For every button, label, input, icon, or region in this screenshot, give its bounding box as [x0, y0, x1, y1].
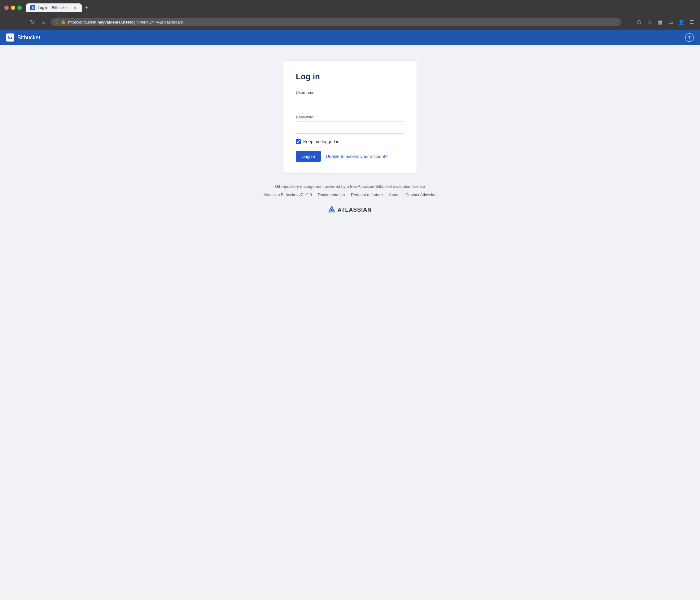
password-group: Password	[296, 115, 404, 134]
footer-dot-2: ·	[348, 193, 348, 197]
atlassian-triangle-icon	[328, 206, 335, 214]
bookmark-button[interactable]: ☆	[645, 17, 654, 27]
footer-version[interactable]: Atlassian Bitbucket v7.12.0	[264, 192, 312, 197]
app-header: Bitbucket ?	[0, 30, 700, 45]
username-group: Username	[296, 90, 404, 109]
lock-icon: 🔒	[61, 20, 66, 24]
footer-links: Atlassian Bitbucket v7.12.0 · Documentat…	[264, 192, 437, 197]
remember-me-checkbox[interactable]	[296, 139, 301, 144]
forgot-link[interactable]: Unable to access your account?	[326, 154, 388, 159]
tab-close-button[interactable]: ✕	[73, 5, 77, 10]
footer-link-documentation[interactable]: Documentation	[318, 192, 345, 197]
new-tab-button[interactable]: +	[82, 3, 91, 13]
address-text: https://bitbucket.heyvaldemar.net/login?…	[68, 20, 183, 24]
more-button[interactable]: ···	[624, 17, 633, 27]
address-bar[interactable]: 🛡 🔒 https://bitbucket.heyvaldemar.net/lo…	[51, 18, 621, 26]
reload-button[interactable]: ↻	[27, 17, 36, 27]
home-button[interactable]: ⌂	[39, 17, 48, 27]
active-tab[interactable]: B Log in - Bitbucket ✕	[26, 3, 82, 12]
footer-description: Git repository management powered by a f…	[264, 184, 437, 189]
help-button[interactable]: ?	[685, 33, 694, 42]
password-label: Password	[296, 115, 404, 119]
shield-icon: 🛡	[54, 20, 58, 24]
traffic-lights	[4, 6, 22, 10]
back-button[interactable]: ←	[4, 17, 13, 27]
browser-titlebar: B Log in - Bitbucket ✕ +	[0, 0, 700, 16]
login-title: Log in	[296, 72, 404, 81]
footer-link-contact[interactable]: Contact Atlassian	[405, 192, 436, 197]
tab-favicon: B	[30, 5, 35, 10]
footer-dot-3: ·	[385, 193, 386, 197]
tab-bar: B Log in - Bitbucket ✕ +	[26, 3, 696, 13]
footer-dot-1: ·	[315, 193, 315, 197]
atlassian-label: ATLASSIAN	[338, 207, 372, 213]
minimize-button[interactable]	[11, 6, 15, 10]
split-button[interactable]: ▭	[666, 17, 675, 27]
maximize-button[interactable]	[17, 6, 22, 10]
browser-chrome: B Log in - Bitbucket ✕ + ← → ↻ ⌂ 🛡 🔒 htt…	[0, 0, 700, 30]
app-logo: Bitbucket	[6, 33, 40, 42]
footer-dot-4: ·	[402, 193, 403, 197]
footer-link-request[interactable]: Request a feature	[351, 192, 383, 197]
pocket-button[interactable]: ⬡	[634, 17, 644, 27]
login-card: Log in Username Password Keep me logged …	[283, 61, 417, 173]
remember-me-row: Keep me logged in	[296, 139, 404, 144]
password-input[interactable]	[296, 121, 404, 134]
bitbucket-logo-icon	[6, 33, 14, 42]
login-button[interactable]: Log in	[296, 151, 321, 162]
page-content: Log in Username Password Keep me logged …	[0, 45, 700, 600]
close-button[interactable]	[4, 6, 9, 10]
toolbar-actions: ··· ⬡ ☆ ▦ ▭ 👤 ☰	[624, 17, 696, 27]
remember-me-label: Keep me logged in	[303, 139, 340, 144]
form-actions: Log in Unable to access your account?	[296, 151, 404, 162]
username-input[interactable]	[296, 97, 404, 109]
forward-button[interactable]: →	[16, 17, 25, 27]
profile-button[interactable]: 👤	[676, 17, 686, 27]
username-label: Username	[296, 90, 404, 95]
menu-button[interactable]: ☰	[687, 17, 696, 27]
collections-button[interactable]: ▦	[655, 17, 665, 27]
app-name: Bitbucket	[17, 34, 40, 41]
footer: Git repository management powered by a f…	[264, 184, 437, 214]
atlassian-logo: ATLASSIAN	[264, 206, 437, 214]
tab-title: Log in - Bitbucket	[38, 6, 70, 10]
footer-link-about[interactable]: About	[389, 192, 400, 197]
browser-toolbar: ← → ↻ ⌂ 🛡 🔒 https://bitbucket.heyvaldema…	[0, 16, 700, 30]
